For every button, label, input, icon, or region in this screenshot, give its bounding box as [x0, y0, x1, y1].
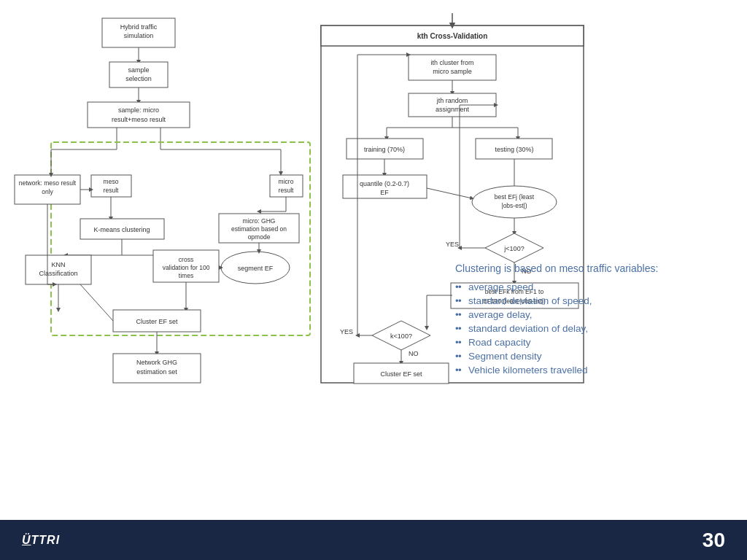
svg-text:Cluster EF set: Cluster EF set	[380, 370, 422, 378]
left-flowchart: Hybrid traffic simulation sample selecti…	[7, 7, 321, 481]
svg-text:meso: meso	[104, 178, 119, 185]
svg-text:simulation: simulation	[124, 32, 154, 39]
svg-text:jth random: jth random	[436, 97, 468, 104]
clustering-list-item: • standard deviation of delay,	[455, 322, 732, 335]
svg-text:quantile (0.2-0.7): quantile (0.2-0.7)	[360, 180, 409, 187]
svg-text:opmode: opmode	[248, 233, 271, 241]
svg-text:Classification: Classification	[39, 270, 77, 277]
clustering-list: • average speed,• standard deviation of …	[455, 280, 732, 377]
svg-text:KNN: KNN	[51, 261, 65, 268]
svg-text:segment EF: segment EF	[238, 265, 274, 272]
svg-text:estimation based on: estimation based on	[231, 225, 287, 233]
slide-content: Hybrid traffic simulation sample selecti…	[0, 0, 747, 520]
svg-text:times: times	[179, 272, 193, 279]
svg-text:result: result	[279, 187, 294, 194]
clustering-list-item: • standard deviation of speed,	[455, 294, 732, 308]
svg-text:training (70%): training (70%)	[364, 146, 405, 153]
page-number: 30	[703, 529, 725, 552]
svg-text:selection: selection	[125, 75, 152, 82]
svg-rect-66	[427, 7, 478, 13]
svg-text:Cluster EF set: Cluster EF set	[136, 318, 178, 325]
clustering-list-item: • Vehicle kilometers travelled	[455, 363, 732, 377]
clustering-text-block: Clustering is based on meso traffic vari…	[455, 262, 732, 377]
clustering-list-item: • average speed,	[455, 280, 732, 294]
svg-text:ith cluster from: ith cluster from	[430, 59, 473, 66]
svg-text:EF: EF	[380, 189, 389, 196]
svg-text:micro: micro	[279, 178, 294, 185]
svg-text:sample: sample	[128, 66, 149, 74]
logo-text: Ü	[22, 534, 31, 546]
svg-text:YES: YES	[446, 241, 459, 248]
slide: Hybrid traffic simulation sample selecti…	[0, 0, 747, 560]
svg-text:only: only	[42, 188, 53, 195]
footer: ÜTTRI 30	[0, 520, 747, 560]
svg-text:micro: GHG: micro: GHG	[243, 217, 276, 225]
clustering-title: Clustering is based on meso traffic vari…	[455, 262, 732, 274]
svg-text:Hybrid traffic: Hybrid traffic	[120, 23, 158, 31]
svg-line-90	[427, 188, 472, 198]
svg-text:result+meso result: result+meso result	[112, 116, 166, 123]
svg-line-58	[80, 284, 113, 321]
svg-text:micro sample: micro sample	[433, 68, 472, 75]
svg-text:estimation set: estimation set	[136, 368, 177, 376]
svg-text:NO: NO	[409, 350, 419, 357]
svg-text:sample: micro: sample: micro	[118, 106, 159, 114]
clustering-list-item: • Segment density	[455, 349, 732, 363]
svg-text:j<100?: j<100?	[503, 245, 524, 252]
svg-text:YES: YES	[340, 328, 353, 335]
svg-text:k<100?: k<100?	[390, 332, 412, 340]
svg-text:kth Cross-Validation: kth Cross-Validation	[417, 32, 488, 40]
clustering-list-item: • average delay,	[455, 308, 732, 322]
svg-text:assignment: assignment	[436, 106, 470, 113]
svg-text:|obs-est|): |obs-est|)	[501, 202, 527, 209]
svg-text:cross: cross	[179, 256, 193, 263]
footer-logo: ÜTTRI	[22, 534, 60, 547]
svg-text:network: meso result: network: meso result	[19, 179, 77, 187]
clustering-list-item: • Road capacity	[455, 335, 732, 349]
svg-text:result: result	[104, 187, 119, 194]
svg-text:K-means clustering: K-means clustering	[93, 226, 150, 233]
svg-text:validation for 100: validation for 100	[163, 264, 210, 271]
svg-text:Network GHG: Network GHG	[136, 359, 177, 366]
logo-text-rest: TTRI	[31, 534, 61, 546]
svg-text:best EFj (least: best EFj (least	[495, 193, 535, 201]
svg-text:testing (30%): testing (30%)	[495, 146, 533, 153]
